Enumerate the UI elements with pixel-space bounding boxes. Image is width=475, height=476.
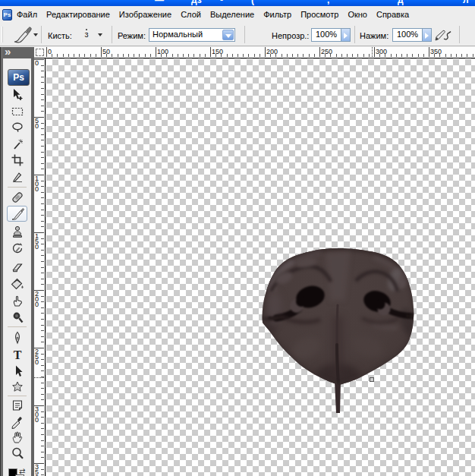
ruler-tick	[467, 54, 467, 57]
hruler-label: 350	[430, 48, 442, 55]
ruler-tick	[41, 221, 44, 222]
ruler-tick	[41, 284, 44, 285]
opacity-slider-button[interactable]	[341, 28, 351, 42]
ruler-tick	[41, 197, 44, 198]
ruler-tick	[41, 273, 44, 273]
paint-bucket-icon	[10, 276, 25, 292]
menu-image[interactable]: Изображение	[115, 8, 176, 21]
ruler-tick	[41, 261, 44, 262]
ruler-tick	[282, 54, 282, 57]
mode-label: Режим:	[118, 31, 146, 40]
titlebar-clipped-text: (	[251, 0, 254, 5]
menu-window[interactable]: Окно	[343, 8, 372, 21]
ruler-tick	[41, 71, 44, 71]
menu-filter[interactable]: Фильтр	[259, 8, 296, 21]
menu-view[interactable]: Просмотр	[296, 8, 343, 21]
magic-wand-tool[interactable]	[7, 136, 27, 152]
swap-colors-icon[interactable]: ⇄	[19, 467, 25, 475]
ruler-tick	[90, 54, 91, 57]
brush-tool[interactable]	[7, 206, 27, 222]
ruler-tick	[68, 54, 69, 57]
ruler-tick	[314, 54, 315, 57]
menu-help[interactable]: Справка	[372, 8, 414, 21]
ruler-tick	[193, 54, 194, 57]
ruler-tick	[451, 54, 451, 57]
toolbox-collapse-button[interactable]: »	[0, 47, 34, 58]
ruler-tick	[347, 54, 348, 57]
mode-value: Нормальный	[153, 30, 203, 39]
vertical-ruler[interactable]: 050100150200250300350	[34, 58, 46, 476]
ruler-tick	[200, 54, 200, 57]
ruler-tick	[396, 54, 397, 57]
horizontal-ruler[interactable]: 050100150200250300350	[46, 47, 475, 58]
pen-tool[interactable]	[7, 329, 27, 345]
ruler-tick	[150, 54, 151, 57]
ruler-tick	[74, 54, 74, 57]
history-brush-icon	[10, 241, 25, 256]
hand-tool[interactable]	[7, 429, 27, 445]
options-separator	[41, 26, 42, 43]
svg-text:T: T	[13, 348, 21, 361]
mode-select[interactable]: Нормальный	[149, 28, 235, 42]
paint-bucket-tool[interactable]	[7, 276, 27, 292]
ruler-tick	[292, 54, 293, 57]
menu-edit[interactable]: Редактирование	[42, 8, 115, 21]
ruler-tick	[41, 342, 44, 342]
menu-file[interactable]: Файл	[12, 8, 42, 21]
ruler-tick	[232, 54, 233, 57]
ruler-tick	[63, 54, 64, 57]
hruler-label: 0	[48, 48, 52, 55]
canvas[interactable]	[46, 58, 475, 476]
mode-dropdown-button[interactable]	[222, 30, 234, 40]
flow-input[interactable]: 100%	[392, 28, 423, 42]
brush-preview[interactable]: 3	[78, 27, 95, 43]
ruler-tick	[123, 54, 124, 57]
path-selection-tool[interactable]	[7, 363, 27, 379]
eyedropper-tool[interactable]	[7, 413, 27, 429]
brush-tool-preset-icon[interactable]	[12, 27, 35, 43]
crop-tool[interactable]	[7, 152, 27, 168]
menu-select[interactable]: Выделение	[206, 8, 259, 21]
app-icon[interactable]: Ps	[2, 9, 12, 20]
history-brush-tool[interactable]	[7, 240, 27, 256]
ruler-corner[interactable]	[34, 47, 46, 58]
healing-brush-tool[interactable]	[7, 189, 27, 205]
rectangular-marquee-tool[interactable]	[7, 103, 27, 119]
ruler-major-tick	[319, 47, 320, 57]
ruler-tick	[418, 54, 419, 57]
title-bar[interactable]: — дз - ( , д л	[0, 0, 475, 6]
ruler-tick	[52, 54, 52, 57]
flow-slider-button[interactable]	[422, 28, 432, 42]
hruler-label: 150	[212, 48, 223, 55]
ruler-tick	[41, 210, 44, 210]
ruler-tick	[41, 267, 44, 268]
hruler-label: 200	[266, 48, 278, 55]
brush-preview-dropdown-arrow[interactable]	[98, 33, 102, 36]
dodge-tool[interactable]	[7, 309, 27, 325]
eraser-tool[interactable]	[7, 259, 27, 275]
custom-shape-icon	[10, 380, 25, 395]
options-separator	[112, 26, 112, 43]
smudge-tool[interactable]	[7, 292, 27, 308]
ps-logo[interactable]: Ps	[8, 69, 30, 86]
tool-preset-dropdown-arrow[interactable]	[33, 33, 38, 36]
ruler-tick	[41, 88, 44, 89]
clone-stamp-tool[interactable]	[7, 223, 27, 239]
ruler-tick	[407, 54, 407, 57]
type-tool[interactable]: T	[7, 346, 27, 362]
menu-layer[interactable]: Слой	[176, 8, 206, 21]
titlebar-clipped-text: -	[220, 0, 223, 5]
hruler-label: 100	[157, 48, 168, 55]
move-tool[interactable]	[7, 87, 27, 102]
ruler-tick	[41, 330, 44, 331]
airbrush-icon[interactable]	[434, 27, 454, 46]
slice-tool[interactable]	[7, 169, 27, 184]
ruler-tick	[473, 54, 473, 57]
notes-tool[interactable]	[7, 397, 27, 413]
custom-shape-tool[interactable]	[7, 379, 27, 395]
options-gripper	[2, 27, 3, 43]
ruler-tick	[178, 54, 178, 57]
lasso-tool[interactable]	[7, 119, 27, 135]
zoom-tool[interactable]	[7, 445, 27, 461]
opacity-input[interactable]: 100%	[311, 28, 341, 42]
